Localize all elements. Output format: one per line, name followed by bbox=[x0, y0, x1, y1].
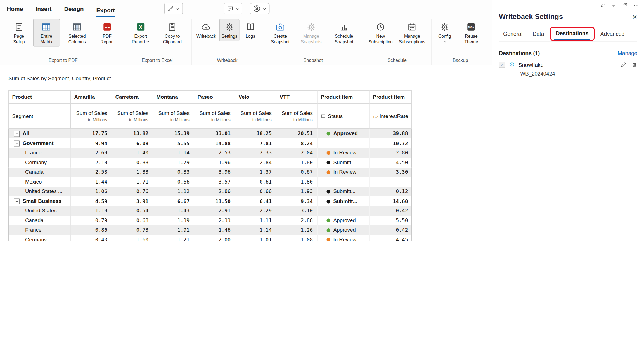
ribbon-button-manage-subscriptions[interactable]: Manage Subscriptions bbox=[396, 19, 428, 47]
status-dot-icon bbox=[327, 171, 331, 175]
sales-value-cell: 0.73 bbox=[112, 225, 153, 235]
account-menu-button[interactable] bbox=[250, 3, 270, 15]
add-comment-button[interactable] bbox=[224, 3, 242, 15]
status-text: Submitt... bbox=[333, 189, 356, 194]
pin-icon[interactable] bbox=[600, 3, 605, 8]
interest-rate-cell[interactable]: 2.80 bbox=[369, 148, 412, 158]
status-text: Submitt... bbox=[333, 160, 356, 166]
destinations-list: ✓❄SnowflakeWB_20240424 bbox=[499, 61, 637, 83]
status-cell[interactable] bbox=[317, 177, 369, 187]
matrix-row-germany-11: Germany0.431.601.212.001.011.08In Review… bbox=[9, 235, 412, 241]
sales-value-cell: 0.66 bbox=[235, 187, 276, 196]
measure-sublabel: in Millions bbox=[74, 117, 108, 122]
row-label-cell: Canada bbox=[9, 216, 71, 225]
ribbon-button-manage-snapshots[interactable]: Manage Snapshots bbox=[295, 19, 327, 47]
interest-rate-cell[interactable] bbox=[369, 177, 412, 187]
ribbon-group-label: Snapshot bbox=[266, 56, 360, 65]
status-cell[interactable] bbox=[317, 138, 369, 148]
status-cell[interactable]: Approved bbox=[317, 216, 369, 225]
status-cell[interactable]: In Review bbox=[317, 235, 369, 241]
row-header-segment: Segment bbox=[9, 104, 71, 129]
ribbon-button-selected-columns[interactable]: Selected Columns bbox=[61, 19, 93, 47]
panel-tab-general[interactable]: General bbox=[499, 27, 527, 41]
row-label: Government bbox=[23, 140, 53, 146]
interest-rate-cell[interactable]: 4.50 bbox=[369, 158, 412, 168]
collapse-toggle-icon[interactable]: − bbox=[14, 131, 20, 137]
status-cell[interactable]: In Review bbox=[317, 148, 369, 158]
status-cell[interactable]: Submitt... bbox=[317, 187, 369, 196]
panel-tab-data[interactable]: Data bbox=[528, 27, 548, 41]
row-label: Small Business bbox=[23, 198, 61, 204]
interest-rate-cell[interactable]: 0.12 bbox=[369, 187, 412, 196]
status-dot-icon bbox=[327, 229, 331, 232]
ribbon-button-schedule-snapshot[interactable]: Schedule Snapshot bbox=[328, 19, 360, 47]
ribbon-button-page-setup[interactable]: Page Setup bbox=[6, 19, 32, 47]
close-icon[interactable]: ✕ bbox=[632, 14, 637, 20]
interest-rate-cell[interactable]: 10.72 bbox=[369, 138, 412, 148]
ribbon-tab-home[interactable]: Home bbox=[7, 6, 23, 17]
column-header-velo: Velo bbox=[235, 91, 276, 104]
destination-actions bbox=[621, 62, 637, 68]
ribbon-tab-insert[interactable]: Insert bbox=[35, 6, 51, 17]
ribbon-button-writeback[interactable]: Writeback bbox=[195, 19, 218, 41]
ribbon-tab-export[interactable]: Export bbox=[96, 7, 115, 17]
matrix-table: ProductAmarillaCarreteraMontanaPaseoVelo… bbox=[8, 90, 412, 241]
status-cell[interactable]: Submitt... bbox=[317, 158, 369, 168]
sales-value-cell: 1.26 bbox=[276, 225, 317, 235]
gear-icon bbox=[440, 22, 449, 32]
ribbon-button-create-snapshot[interactable]: Create Snapshot bbox=[266, 19, 294, 47]
sales-value-cell: 2.00 bbox=[194, 235, 235, 241]
collapse-toggle-icon[interactable]: − bbox=[14, 141, 20, 147]
ribbon-button-config[interactable]: Config bbox=[434, 19, 455, 47]
status-cell[interactable]: Approved bbox=[317, 225, 369, 235]
popout-icon[interactable] bbox=[622, 3, 628, 8]
svg-text:PDF: PDF bbox=[105, 26, 110, 29]
ribbon-button-reuse-theme[interactable]: JSONReuse Theme bbox=[456, 19, 486, 47]
ribbon-button-settings[interactable]: Settings bbox=[219, 19, 240, 41]
ribbon-button-pdf-report[interactable]: PDFPDF Report bbox=[94, 19, 120, 47]
row-label-cell: Mexico bbox=[9, 177, 71, 187]
status-cell[interactable]: Approved bbox=[317, 129, 369, 138]
ribbon-button-label: Writeback bbox=[196, 34, 216, 39]
ribbon-button-export-report[interactable]: XExport Report bbox=[126, 19, 155, 47]
ribbon-tab-design[interactable]: Design bbox=[64, 6, 84, 17]
ribbon-button-copy-to-clipboard[interactable]: Copy to Clipboard bbox=[157, 19, 188, 47]
more-options-icon[interactable] bbox=[634, 3, 639, 8]
panel-tab-destinations[interactable]: Destinations bbox=[550, 27, 595, 41]
interest-rate-cell[interactable]: 4.45 bbox=[369, 235, 412, 241]
delete-destination-icon[interactable] bbox=[631, 62, 637, 68]
measure-label: Sum of Sales bbox=[157, 110, 190, 116]
clipboard-icon bbox=[167, 22, 177, 32]
matrix-subheader-row: SegmentSum of Salesin MillionsSum of Sal… bbox=[9, 104, 412, 129]
filter-icon[interactable] bbox=[611, 3, 617, 8]
status-cell[interactable] bbox=[317, 206, 369, 216]
interest-rate-cell[interactable]: 14.60 bbox=[369, 196, 412, 206]
destination-checkbox[interactable]: ✓ bbox=[499, 62, 505, 68]
interest-rate-cell[interactable]: 5.50 bbox=[369, 216, 412, 225]
ribbon-button-new-subscription[interactable]: New Subscription bbox=[366, 19, 395, 47]
sales-value-cell: 2.84 bbox=[235, 158, 276, 168]
status-cell[interactable]: In Review bbox=[317, 167, 369, 177]
value-column-header: Sum of Salesin Millions bbox=[276, 104, 317, 129]
edit-destination-icon[interactable] bbox=[621, 62, 626, 68]
panel-tab-advanced[interactable]: Advanced bbox=[596, 27, 629, 41]
edit-visual-button[interactable] bbox=[164, 3, 183, 15]
status-cell[interactable]: Submitt... bbox=[317, 196, 369, 206]
interest-rate-cell[interactable]: 0.42 bbox=[369, 225, 412, 235]
status-text: Approved bbox=[333, 218, 356, 224]
manage-link[interactable]: Manage bbox=[618, 50, 637, 57]
row-label-cell: −All bbox=[9, 129, 71, 138]
ribbon-button-entire-matrix[interactable]: Entire Matrix bbox=[33, 19, 60, 47]
ribbon-tabs: HomeInsertDesignExport bbox=[7, 6, 115, 17]
ribbon-button-logs[interactable]: Logs bbox=[241, 19, 260, 41]
status-text: In Review bbox=[333, 169, 356, 175]
interest-rate-cell[interactable]: 0.42 bbox=[369, 206, 412, 216]
matrix-row-canada-4: Canada2.581.330.833.961.370.67In Review3… bbox=[9, 167, 412, 177]
status-text: In Review bbox=[333, 150, 356, 156]
sales-value-cell: 0.68 bbox=[112, 216, 153, 225]
collapse-toggle-icon[interactable]: − bbox=[14, 199, 20, 204]
row-label: Canada bbox=[14, 218, 44, 224]
status-dot-icon bbox=[327, 200, 331, 204]
interest-rate-cell[interactable]: 3.30 bbox=[369, 167, 412, 177]
interest-rate-cell[interactable]: 39.88 bbox=[369, 129, 412, 138]
